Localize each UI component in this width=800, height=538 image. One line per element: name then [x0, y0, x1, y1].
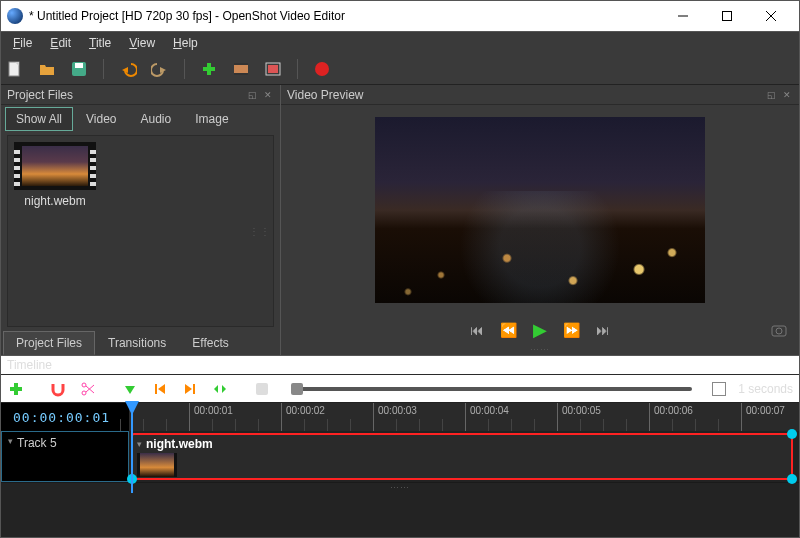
- filmstrip-icon: [232, 60, 250, 78]
- snap-button[interactable]: [49, 380, 67, 398]
- center-icon: [212, 382, 228, 396]
- ruler-minor-tick: [327, 419, 328, 431]
- fast-forward-button[interactable]: ⏩: [563, 322, 580, 338]
- timeline-clip[interactable]: ▾ night.webm: [131, 433, 793, 480]
- zoom-track[interactable]: [291, 387, 692, 391]
- clip-handle[interactable]: [787, 474, 797, 484]
- track-lane[interactable]: ▾ night.webm: [129, 431, 799, 482]
- redo-button[interactable]: [150, 59, 170, 79]
- ruler-minor-tick: [488, 419, 489, 431]
- fullscreen-button[interactable]: [263, 59, 283, 79]
- menu-file[interactable]: File: [5, 34, 40, 52]
- zoom-slider[interactable]: [291, 387, 692, 391]
- timeline-toolbar: 1 seconds: [1, 375, 799, 403]
- tab-transitions[interactable]: Transitions: [95, 331, 179, 355]
- toolbar-separator: [184, 59, 185, 79]
- zoom-checkbox[interactable]: [712, 382, 726, 396]
- scissors-icon: [80, 381, 96, 397]
- svg-line-24: [86, 386, 94, 393]
- clip-handle[interactable]: [787, 429, 797, 439]
- maximize-icon: [722, 11, 732, 21]
- open-project-button[interactable]: [37, 59, 57, 79]
- center-playhead-button[interactable]: [211, 380, 229, 398]
- redo-icon: [151, 60, 169, 78]
- ruler-minor-tick: [442, 419, 443, 431]
- document-icon: [6, 60, 24, 78]
- preview-canvas[interactable]: [375, 117, 705, 303]
- record-icon: [313, 60, 331, 78]
- app-icon: [7, 8, 23, 24]
- file-item[interactable]: night.webm: [14, 142, 96, 208]
- svg-rect-7: [75, 63, 83, 68]
- timeline-title: Timeline: [7, 358, 52, 372]
- import-files-button[interactable]: [199, 59, 219, 79]
- playhead-time: 00:00:00:01: [1, 403, 129, 431]
- tab-effects[interactable]: Effects: [179, 331, 241, 355]
- jump-end-button[interactable]: ⏭: [596, 322, 610, 338]
- ruler-tick: 00:00:02: [281, 403, 282, 431]
- files-list[interactable]: night.webm ⋮⋮: [7, 135, 274, 327]
- minimize-button[interactable]: [661, 2, 705, 30]
- razor-button[interactable]: [79, 380, 97, 398]
- track-header[interactable]: ▾ Track 5: [1, 431, 129, 482]
- horizontal-grip[interactable]: ⋯⋯: [281, 345, 799, 355]
- clip-thumbnail: [137, 453, 177, 477]
- save-project-button[interactable]: [69, 59, 89, 79]
- chevron-down-icon: ▾: [8, 436, 13, 446]
- zoom-handle[interactable]: [291, 383, 303, 395]
- window-title: * Untitled Project [HD 720p 30 fps] - Op…: [29, 9, 661, 23]
- ruler-minor-tick: [580, 419, 581, 431]
- time-ruler[interactable]: 00:00:0100:00:0200:00:0300:00:0400:00:05…: [129, 403, 799, 431]
- add-marker-button[interactable]: [121, 380, 139, 398]
- ruler-tick: 00:00:05: [557, 403, 558, 431]
- svg-rect-1: [723, 12, 732, 21]
- menu-help[interactable]: Help: [165, 34, 206, 52]
- tab-project-files[interactable]: Project Files: [3, 331, 95, 355]
- ruler-label: 00:00:03: [378, 405, 417, 416]
- next-marker-button[interactable]: [181, 380, 199, 398]
- ruler-minor-tick: [718, 419, 719, 431]
- panel-grip[interactable]: ⋮⋮: [249, 226, 271, 237]
- chevron-down-icon: ▾: [137, 439, 142, 449]
- undo-button[interactable]: [118, 59, 138, 79]
- filter-audio[interactable]: Audio: [130, 107, 183, 131]
- marker-down-icon: [123, 382, 137, 396]
- svg-rect-33: [256, 383, 268, 395]
- svg-marker-28: [158, 384, 165, 394]
- panel-controls[interactable]: ◱ ✕: [767, 90, 793, 100]
- svg-point-19: [776, 328, 782, 334]
- zoom-label: 1 seconds: [738, 382, 793, 396]
- jump-start-button[interactable]: ⏮: [470, 322, 484, 338]
- choose-profile-button[interactable]: [231, 59, 251, 79]
- horizontal-grip[interactable]: ⋯⋯: [1, 483, 799, 493]
- maximize-button[interactable]: [705, 2, 749, 30]
- snapshot-button[interactable]: [771, 323, 787, 337]
- playhead[interactable]: [131, 403, 133, 493]
- preview-area: [281, 105, 799, 315]
- fullscreen-icon: [264, 60, 282, 78]
- panel-controls[interactable]: ◱ ✕: [248, 90, 274, 100]
- play-button[interactable]: ▶: [533, 319, 547, 341]
- svg-rect-14: [234, 73, 248, 75]
- toolbar-separator: [103, 59, 104, 79]
- menu-view[interactable]: View: [121, 34, 163, 52]
- main-toolbar: [1, 53, 799, 85]
- rewind-button[interactable]: ⏪: [500, 322, 517, 338]
- export-video-button[interactable]: [312, 59, 332, 79]
- folder-open-icon: [38, 60, 56, 78]
- filter-show-all[interactable]: Show All: [5, 107, 73, 131]
- timeline-header: Timeline: [1, 355, 799, 375]
- menu-edit[interactable]: Edit: [42, 34, 79, 52]
- new-project-button[interactable]: [5, 59, 25, 79]
- track-row: ▾ Track 5 ▾ night.webm: [1, 431, 799, 483]
- project-files-title: Project Files: [7, 88, 248, 102]
- add-track-button[interactable]: [7, 380, 25, 398]
- filter-image[interactable]: Image: [184, 107, 239, 131]
- svg-rect-27: [155, 384, 157, 394]
- menu-title[interactable]: Title: [81, 34, 119, 52]
- file-filter-tabs: Show All Video Audio Image: [1, 105, 280, 133]
- ruler-minor-tick: [350, 419, 351, 431]
- prev-marker-button[interactable]: [151, 380, 169, 398]
- close-button[interactable]: [749, 2, 793, 30]
- filter-video[interactable]: Video: [75, 107, 127, 131]
